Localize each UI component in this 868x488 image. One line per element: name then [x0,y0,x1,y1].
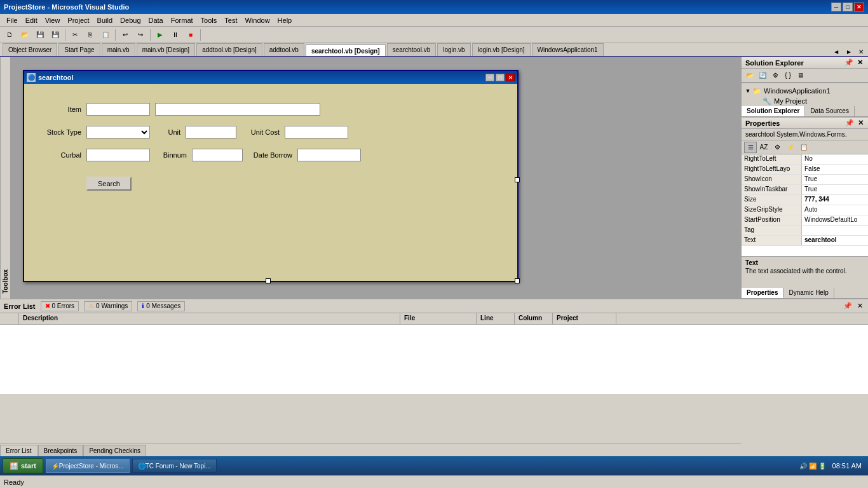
props-events-btn[interactable]: ⚡ [784,142,797,153]
save-all-btn[interactable]: 💾 [48,28,62,42]
form-maximize-btn[interactable]: □ [496,74,505,81]
prop-row-startposition: StartPosition WindowsDefaultLo [742,215,868,226]
error-close-btn[interactable]: ✕ [856,302,864,310]
menu-tools[interactable]: Tools [197,15,221,25]
status-bar: Ready [0,475,868,488]
properties-bottom-tab[interactable]: Properties [742,288,783,298]
dynamic-help-tab[interactable]: Dynamic Help [783,288,834,298]
tree-node-windowsapp[interactable]: ▼ 📁 WindowsApplication1 [744,86,865,96]
unit-cost-input[interactable] [285,126,348,139]
taskbar-item-forum[interactable]: 🌐 TC Forum - New Topi... [132,459,217,473]
tab-scroll-left[interactable]: ◄ [831,48,841,56]
taskbar-item-vs[interactable]: ⚡ ProjectStore - Micros... [46,459,130,473]
tab-main-vb-design[interactable]: main.vb [Design] [137,43,195,56]
form-close-btn[interactable]: ✕ [506,74,515,81]
data-sources-tab[interactable]: Data Sources [805,106,855,116]
menu-debug[interactable]: Debug [116,15,144,25]
run-btn[interactable]: ▶ [153,28,167,42]
menu-build[interactable]: Build [93,15,116,25]
start-icon: 🪟 [10,462,18,470]
bottom-tab-pending[interactable]: Pending Checkins [83,445,146,456]
menu-project[interactable]: Project [64,15,93,25]
search-button[interactable]: Search [86,177,132,191]
properties-subject: searchtool System.Windows.Forms. [742,129,868,140]
sol-show-all-btn[interactable]: 📂 [744,70,756,81]
tab-windows-app[interactable]: WindowsApplication1 [532,43,604,56]
save-btn[interactable]: 💾 [33,28,47,42]
resize-handle-corner[interactable] [515,278,520,283]
status-text: Ready [4,478,24,486]
paste-btn[interactable]: 📋 [98,28,112,42]
props-close-btn[interactable]: ✕ [857,119,865,127]
menu-data[interactable]: Data [145,15,167,25]
props-pin-btn[interactable]: 📌 [844,119,855,127]
curbal-label: Curbal [37,151,81,159]
sol-view-designer-btn[interactable]: 🖥 [795,70,806,81]
item-input-1[interactable] [86,103,150,116]
menu-edit[interactable]: Edit [22,15,41,25]
sol-properties-btn[interactable]: ⚙ [770,70,781,81]
tab-start-page[interactable]: Start Page [58,43,100,56]
unit-input[interactable] [186,126,236,139]
sol-close-btn[interactable]: ✕ [856,58,864,67]
tab-close[interactable]: ✕ [857,48,865,56]
pause-btn[interactable]: ⏸ [168,28,182,42]
stop-btn[interactable]: ■ [184,28,198,42]
bottom-tab-errorlist[interactable]: Error List [0,445,37,456]
sol-pin-btn[interactable]: 📌 [843,58,855,67]
props-pages-btn[interactable]: 📋 [797,142,810,153]
bottom-tab-breakpoints[interactable]: Breakpoints [38,445,83,456]
stock-type-select[interactable]: Type1 Type2 [86,126,150,139]
undo-btn[interactable]: ↩ [118,28,132,42]
tab-login-vb[interactable]: login.vb [437,43,470,56]
resize-handle-bottom[interactable] [266,278,271,283]
menu-format[interactable]: Format [167,15,197,25]
taskbar: 🪟 start ⚡ ProjectStore - Micros... 🌐 TC … [0,456,868,475]
new-project-btn[interactable]: 🗋 [3,28,17,42]
form-minimize-btn[interactable]: ─ [485,74,494,81]
tab-searchtool-design[interactable]: searchtool.vb [Design] [306,44,386,57]
tab-addtool-design[interactable]: addtool.vb [Design] [196,43,262,56]
tab-main-vb[interactable]: main.vb [102,43,135,56]
minimize-button[interactable]: ─ [831,3,841,11]
close-button[interactable]: ✕ [854,3,864,11]
errors-filter-btn[interactable]: ✖ 0 Errors [41,301,79,311]
curbal-input[interactable] [86,149,150,161]
menu-window[interactable]: Window [241,15,273,25]
error-list-controls: 📌 ✕ [842,302,864,310]
error-list-title: Error List [4,302,36,310]
cut-btn[interactable]: ✂ [68,28,82,42]
item-input-2[interactable] [155,103,320,116]
resize-handle-right[interactable] [515,177,520,182]
tab-object-browser[interactable]: Object Browser [3,43,57,56]
tab-addtool-vb[interactable]: addtool.vb [264,43,304,56]
date-borrow-input[interactable] [297,149,361,161]
menu-help[interactable]: Help [274,15,296,25]
redo-btn[interactable]: ↪ [133,28,147,42]
toolbox-sidebar[interactable]: Toolbox [0,57,10,299]
messages-filter-btn[interactable]: ℹ 0 Messages [137,301,185,311]
props-properties-btn[interactable]: ⚙ [771,142,783,153]
maximize-button[interactable]: □ [843,3,853,11]
sol-refresh-btn[interactable]: 🔄 [757,70,768,81]
project-icon: 🔧 [762,97,772,105]
menu-view[interactable]: View [41,15,64,25]
sol-view-code-btn[interactable]: { } [782,70,794,81]
menu-test[interactable]: Test [220,15,241,25]
menu-file[interactable]: File [3,15,22,25]
props-categorized-btn[interactable]: ☰ [744,142,757,153]
error-pin-btn[interactable]: 📌 [842,302,853,310]
tab-searchtool-vb[interactable]: searchtool.vb [387,43,436,56]
tab-scroll-right[interactable]: ► [844,48,854,56]
copy-btn[interactable]: ⎘ [83,28,97,42]
tree-node-myproject[interactable]: 🔧 My Project [754,96,865,106]
solution-explorer-tab[interactable]: Solution Explorer [742,106,805,116]
col-description: Description [19,313,400,324]
open-btn[interactable]: 📂 [18,28,32,42]
curbal-row: Curbal Binnum Date Borrow [37,149,505,161]
props-alpha-btn[interactable]: AZ [757,142,770,153]
tab-login-vb-design[interactable]: login.vb [Design] [472,43,531,56]
binnum-input[interactable] [192,149,243,161]
start-button[interactable]: 🪟 start [3,458,43,473]
warnings-filter-btn[interactable]: ⚠ 0 Warnings [84,301,132,311]
